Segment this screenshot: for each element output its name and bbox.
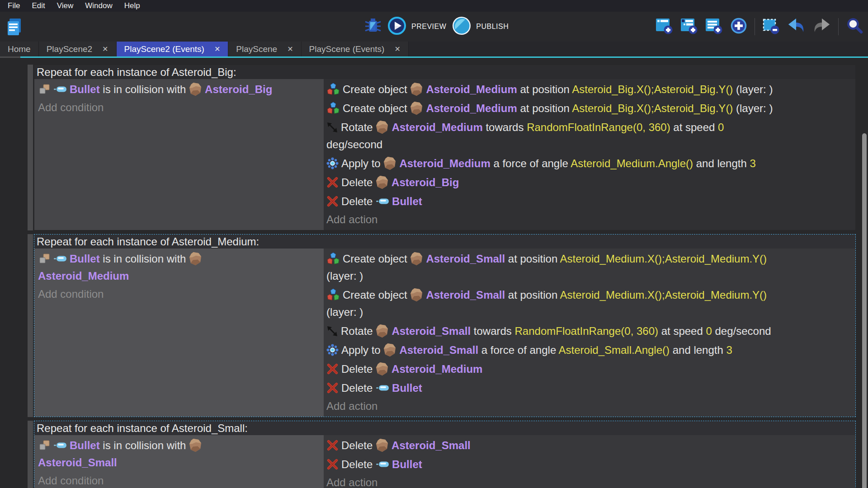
add-action-button[interactable]: Add action — [326, 211, 852, 228]
asteroid-icon — [376, 324, 389, 338]
publish-button[interactable]: PUBLISH — [452, 16, 509, 37]
expression: Asteroid_Small.Angle() — [559, 344, 670, 356]
debug-button[interactable] — [364, 17, 382, 37]
menu-view[interactable]: View — [51, 0, 80, 12]
gdevelop-logo-icon — [6, 30, 23, 38]
action-row[interactable]: Rotate Asteroid_Small towards RandomFloa… — [326, 322, 852, 341]
tab-home[interactable]: Home — [0, 42, 39, 56]
action-row[interactable]: Delete Asteroid_Medium — [326, 360, 852, 379]
close-icon[interactable]: ✕ — [394, 45, 400, 53]
condition-row[interactable]: Bullet is in collision with Asteroid_Big — [38, 80, 320, 99]
add-condition-button[interactable]: Add condition — [38, 99, 320, 116]
condition-row[interactable]: Bullet is in collision with Asteroid_Sma… — [38, 436, 320, 472]
asteroid-icon — [410, 101, 423, 115]
action-row[interactable]: Create object Asteroid_Small at position… — [326, 249, 852, 286]
add-action-button[interactable]: Add action — [326, 474, 852, 488]
tab-playscene-events-[interactable]: PlayScene (Events)✕ — [302, 42, 409, 56]
object-name: Asteroid_Small — [38, 456, 117, 469]
event-header[interactable]: Repeat for each instance of Asteroid_Med… — [34, 235, 855, 249]
instruction-text: at position — [505, 253, 560, 265]
instruction-text: at speed — [658, 325, 706, 337]
add-comment-button[interactable] — [705, 17, 723, 37]
menu-window[interactable]: Window — [79, 0, 118, 12]
bullet-icon — [376, 384, 389, 392]
force-icon — [326, 157, 339, 169]
object-name: Asteroid_Big — [205, 83, 272, 95]
delete-icon — [326, 363, 339, 375]
preview-button[interactable]: PREVIEW — [387, 16, 446, 37]
instruction-text: and length — [693, 157, 750, 169]
event-drag-handle[interactable] — [28, 234, 33, 417]
tab-playscene2-events-[interactable]: PlayScene2 (Events)✕ — [117, 42, 229, 56]
delete-icon — [326, 458, 339, 470]
instruction-text: at position — [517, 102, 572, 114]
action-row[interactable]: Delete Bullet — [326, 455, 852, 474]
tab-label: PlayScene (Events) — [309, 44, 385, 54]
object-name: Asteroid_Medium — [399, 157, 490, 169]
action-row[interactable]: Rotate Asteroid_Medium towards RandomFlo… — [326, 118, 852, 154]
condition-row[interactable]: Bullet is in collision with Asteroid_Med… — [38, 249, 320, 286]
action-row[interactable]: Create object Asteroid_Medium at positio… — [326, 99, 852, 118]
action-row[interactable]: Create object Asteroid_Small at position… — [326, 286, 852, 322]
tab-playscene2[interactable]: PlayScene2✕ — [39, 42, 117, 56]
collision-icon — [38, 253, 51, 264]
bullet-icon — [376, 460, 389, 468]
object-name: Asteroid_Small — [426, 289, 505, 301]
redo-button[interactable] — [812, 18, 831, 36]
action-row[interactable]: Apply to Asteroid_Small a force of angle… — [326, 341, 852, 360]
add-event-button[interactable] — [655, 17, 673, 37]
add-new-button[interactable] — [730, 17, 748, 37]
menu-edit[interactable]: Edit — [26, 0, 51, 12]
event-block: Repeat for each instance of Asteroid_Sma… — [28, 421, 856, 488]
bullet-icon — [376, 197, 389, 205]
actions-column: Create object Asteroid_Small at position… — [324, 249, 855, 417]
add-condition-button[interactable]: Add condition — [38, 472, 320, 488]
event-header[interactable]: Repeat for each instance of Asteroid_Big… — [34, 65, 855, 79]
add-action-button[interactable]: Add action — [326, 398, 852, 415]
asteroid-icon — [189, 82, 202, 96]
actions-column: Create object Asteroid_Medium at positio… — [324, 79, 855, 230]
event-header[interactable]: Repeat for each instance of Asteroid_Sma… — [34, 421, 855, 435]
bullet-icon — [53, 255, 67, 263]
object-name: Bullet — [392, 195, 422, 207]
asteroid-icon — [410, 82, 423, 96]
add-event-icon — [655, 28, 673, 36]
event-drag-handle[interactable] — [28, 65, 33, 230]
menu-bar: FileEditViewWindowHelp — [0, 0, 868, 12]
action-row[interactable]: Apply to Asteroid_Medium a force of angl… — [326, 154, 852, 173]
tab-playscene[interactable]: PlayScene✕ — [228, 42, 301, 56]
delete-selection-icon — [762, 28, 780, 36]
action-row[interactable]: Delete Asteroid_Small — [326, 436, 852, 455]
app-home-button[interactable] — [6, 18, 23, 37]
instruction-text: at speed — [670, 121, 718, 133]
add-subevent-button[interactable] — [680, 17, 698, 37]
delete-selection-button[interactable] — [762, 17, 780, 37]
vertical-scrollbar[interactable] — [862, 133, 867, 488]
asteroid-icon — [410, 288, 423, 302]
close-icon[interactable]: ✕ — [102, 45, 108, 53]
object-name: Asteroid_Small — [392, 325, 471, 337]
close-icon[interactable]: ✕ — [214, 45, 220, 53]
object-name: Asteroid_Small — [392, 439, 471, 451]
instruction-text: is in collision with — [100, 253, 189, 265]
asteroid-icon — [376, 438, 389, 452]
instruction-text: a force of angle — [478, 344, 558, 356]
add-condition-button[interactable]: Add condition — [38, 286, 320, 303]
action-row[interactable]: Create object Asteroid_Medium at positio… — [326, 80, 852, 99]
menu-help[interactable]: Help — [118, 0, 146, 12]
event-block: Repeat for each instance of Asteroid_Big… — [28, 65, 856, 230]
undo-button[interactable] — [787, 18, 806, 36]
event-drag-handle[interactable] — [28, 421, 33, 488]
search-button[interactable] — [845, 17, 863, 37]
instruction-text: (layer: ) — [326, 306, 363, 318]
action-row[interactable]: Delete Bullet — [326, 379, 852, 398]
menu-file[interactable]: File — [2, 0, 26, 12]
instruction-text: Delete — [341, 176, 376, 188]
close-icon[interactable]: ✕ — [287, 45, 293, 53]
add-subevent-icon — [680, 28, 698, 36]
instruction-text: (layer: ) — [733, 102, 773, 114]
instruction-text: at position — [517, 83, 572, 95]
action-row[interactable]: Delete Bullet — [326, 192, 852, 211]
action-row[interactable]: Delete Asteroid_Big — [326, 173, 852, 192]
object-name: Asteroid_Medium — [426, 102, 517, 114]
